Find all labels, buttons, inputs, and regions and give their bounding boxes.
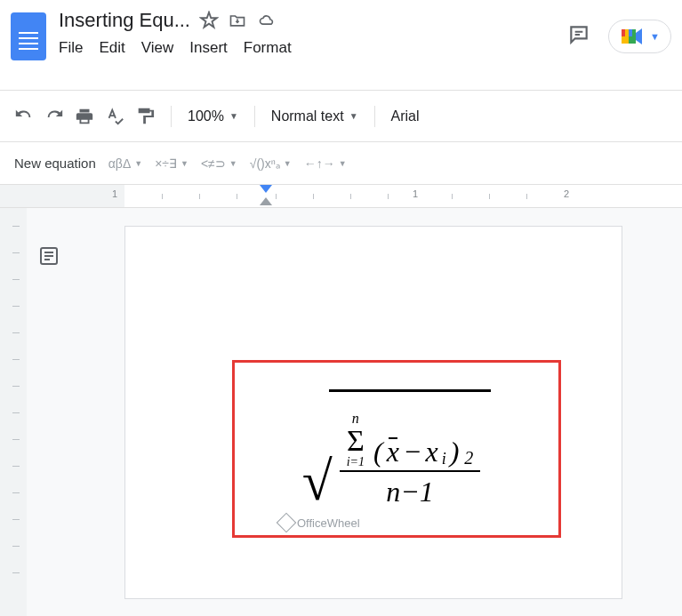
undo-icon[interactable] <box>14 107 34 126</box>
menu-edit[interactable]: Edit <box>99 39 124 57</box>
style-dropdown[interactable]: Normal text ▼ <box>271 108 358 124</box>
chevron-down-icon: ▼ <box>349 111 358 121</box>
document-page[interactable]: √ n Σ i=1 (x−xi)2 <box>124 226 622 599</box>
x-i: x <box>425 436 437 468</box>
svg-rect-1 <box>622 29 625 36</box>
denominator-minus: − <box>400 476 420 508</box>
star-icon[interactable] <box>199 11 219 30</box>
arrows-dropdown[interactable]: ←↑→▼ <box>304 156 347 171</box>
menu-insert[interactable]: Insert <box>189 39 228 57</box>
outline-icon[interactable] <box>38 245 60 270</box>
docs-logo[interactable] <box>11 12 46 60</box>
watermark-icon <box>277 513 297 533</box>
horizontal-ruler[interactable]: 1 1 2 <box>0 185 682 208</box>
denominator-one: 1 <box>420 476 434 508</box>
main-toolbar: 100% ▼ Normal text ▼ Arial <box>0 91 682 142</box>
indent-marker[interactable] <box>260 185 272 196</box>
sigma-lower: i=1 <box>347 456 365 468</box>
workspace: √ n Σ i=1 (x−xi)2 <box>0 208 682 616</box>
svg-rect-3 <box>629 29 632 36</box>
vertical-ruler <box>0 208 27 616</box>
meet-button[interactable]: ▼ <box>608 20 671 53</box>
sigma-symbol: Σ <box>347 426 365 456</box>
font-value: Arial <box>391 108 420 124</box>
spellcheck-icon[interactable] <box>105 107 124 126</box>
subscript-i: i <box>442 450 446 468</box>
indent-marker-bottom[interactable] <box>260 197 272 208</box>
denominator-n: n <box>386 476 400 508</box>
move-folder-icon[interactable] <box>228 12 247 29</box>
menu-format[interactable]: Format <box>244 39 292 57</box>
ruler-number: 1 <box>413 188 418 199</box>
zoom-value: 100% <box>188 108 224 124</box>
title-area: Inserting Equ... File Edit View Insert F… <box>59 7 567 57</box>
zoom-dropdown[interactable]: 100% ▼ <box>188 108 238 124</box>
exponent-2: 2 <box>464 448 473 468</box>
ruler-number: 1 <box>112 188 117 199</box>
math-dropdown[interactable]: √()xⁿₐ▼ <box>250 156 292 171</box>
comments-icon[interactable] <box>567 23 590 50</box>
watermark: OfficeWheel <box>279 516 360 530</box>
chevron-down-icon: ▼ <box>650 31 660 42</box>
menu-view[interactable]: View <box>141 39 174 57</box>
font-dropdown[interactable]: Arial <box>391 108 420 124</box>
minus: − <box>403 436 422 468</box>
menu-bar: File Edit View Insert Format <box>59 39 567 57</box>
x-bar: x <box>387 436 399 468</box>
meet-icon <box>620 26 645 47</box>
ruler-number: 2 <box>564 188 569 199</box>
redo-icon[interactable] <box>44 107 64 126</box>
document-title[interactable]: Inserting Equ... <box>59 9 190 32</box>
operators-dropdown[interactable]: ×÷∃▼ <box>155 156 189 171</box>
app-header: Inserting Equ... File Edit View Insert F… <box>0 0 682 91</box>
sqrt-symbol: √ <box>302 453 333 508</box>
relations-dropdown[interactable]: <≠⊃▼ <box>201 156 237 171</box>
equation-highlight-box: √ n Σ i=1 (x−xi)2 <box>232 360 561 538</box>
watermark-text: OfficeWheel <box>297 516 360 530</box>
style-value: Normal text <box>271 108 344 124</box>
equation-formula[interactable]: √ n Σ i=1 (x−xi)2 <box>260 389 534 508</box>
menu-file[interactable]: File <box>59 39 83 57</box>
greek-letters-dropdown[interactable]: αβΔ▼ <box>108 156 142 171</box>
print-icon[interactable] <box>75 107 94 126</box>
cloud-status-icon[interactable] <box>256 12 277 29</box>
equation-toolbar: New equation αβΔ▼ ×÷∃▼ <≠⊃▼ √()xⁿₐ▼ ←↑→▼ <box>0 142 682 185</box>
chevron-down-icon: ▼ <box>229 111 238 121</box>
new-equation-button[interactable]: New equation <box>14 156 96 171</box>
paint-format-icon[interactable] <box>135 107 155 126</box>
